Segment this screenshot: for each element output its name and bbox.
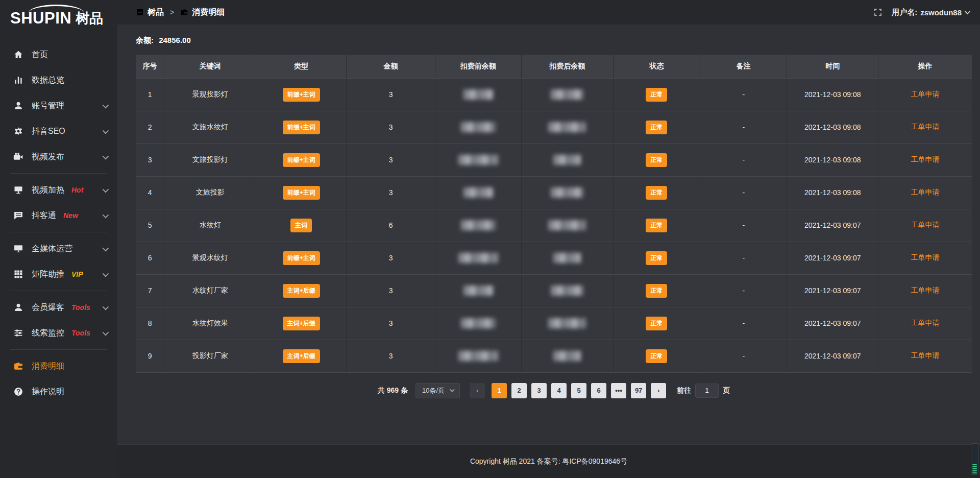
- chevron-down-icon: [103, 127, 109, 134]
- heat-icon: [13, 185, 23, 195]
- action-cell: 工单申请: [878, 176, 972, 209]
- sidebar-item-视频加热[interactable]: 视频加热Hot: [0, 177, 117, 203]
- app-logo[interactable]: SHUPIN 树品: [0, 0, 117, 37]
- status-badge: 正常: [646, 317, 667, 330]
- gear-icon: [13, 126, 23, 136]
- masked-balance: [548, 220, 586, 230]
- remark-cell: -: [700, 144, 787, 176]
- jump-suffix: 页: [723, 386, 730, 395]
- action-cell: 工单申请: [878, 209, 972, 242]
- work-order-link[interactable]: 工单申请: [911, 90, 939, 98]
- ellipsis-page-button[interactable]: •••: [611, 383, 626, 398]
- work-order-link[interactable]: 工单申请: [911, 123, 939, 131]
- sidebar-item-label: 线索监控: [32, 328, 64, 339]
- pagination: 共 969 条 10条/页 ‹ 123456•••97 › 前往 页: [136, 383, 972, 398]
- masked-balance: [548, 122, 586, 132]
- column-header-时间: 时间: [787, 55, 878, 78]
- fullscreen-icon[interactable]: [873, 8, 883, 17]
- sidebar-item-首页[interactable]: 首页: [0, 42, 117, 67]
- balance-before-cell: [435, 78, 521, 111]
- sidebar-item-badge: VIP: [71, 270, 83, 278]
- sidebar-divider: [10, 349, 107, 350]
- sidebar-item-视频发布[interactable]: 视频发布: [0, 144, 117, 170]
- sidebar-item-label: 消费明细: [32, 361, 64, 372]
- page-button-4[interactable]: 4: [551, 383, 567, 398]
- page-button-97[interactable]: 97: [631, 383, 646, 398]
- jump-page-input[interactable]: [695, 384, 719, 398]
- index-cell: 3: [136, 144, 164, 176]
- copyright-text: Copyright 树品 2021 备案号: 粤ICP备09019646号: [470, 457, 627, 466]
- status-badge: 正常: [646, 186, 667, 200]
- sidebar-item-会员爆客[interactable]: 会员爆客Tools: [0, 295, 117, 320]
- amount-cell: 3: [347, 176, 435, 209]
- work-order-link[interactable]: 工单申请: [911, 253, 939, 261]
- keyword-cell: 水纹灯: [164, 209, 256, 242]
- index-cell: 2: [136, 111, 164, 144]
- video-icon: [13, 152, 23, 162]
- page-size-select[interactable]: 10条/页: [415, 383, 460, 398]
- sidebar-item-矩阵助推[interactable]: 矩阵助推VIP: [0, 261, 117, 287]
- masked-balance: [553, 155, 581, 165]
- amount-cell: 3: [347, 274, 435, 307]
- keyword-cell: 水纹灯效果: [164, 307, 256, 340]
- time-cell: 2021-12-03 09:08: [787, 144, 878, 176]
- prev-page-button[interactable]: ‹: [470, 383, 485, 398]
- sidebar-item-抖音SEO[interactable]: 抖音SEO: [0, 118, 117, 144]
- status-badge: 正常: [646, 88, 667, 102]
- type-badge: 主词+后缀: [283, 284, 320, 298]
- sidebar-item-数据总览[interactable]: 数据总览: [0, 67, 117, 93]
- type-badge: 前缀+主词: [283, 186, 320, 200]
- consumption-table: 序号关键词类型金额扣费前余额扣费后余额状态备注时间操作 1景观投影灯前缀+主词3…: [136, 55, 972, 373]
- index-cell: 5: [136, 209, 164, 242]
- balance-line: 余额: 24856.00: [136, 36, 972, 45]
- index-cell: 6: [136, 242, 164, 274]
- sidebar-item-label: 矩阵助推: [32, 269, 64, 280]
- user-zone: 用户名: zswodun88: [873, 8, 969, 17]
- work-order-link[interactable]: 工单申请: [911, 319, 939, 327]
- page-button-1[interactable]: 1: [492, 383, 507, 398]
- type-badge: 前缀+主词: [283, 153, 320, 167]
- user-menu[interactable]: 用户名: zswodun88: [892, 8, 969, 17]
- remark-cell: -: [700, 242, 787, 274]
- index-cell: 4: [136, 176, 164, 209]
- breadcrumb-item-current[interactable]: 消费明细: [180, 7, 225, 18]
- page-button-3[interactable]: 3: [531, 383, 547, 398]
- sidebar-item-badge: Tools: [71, 329, 90, 337]
- main-content: 余额: 24856.00 序号关键词类型金额扣费前余额扣费后余额状态备注时间操作…: [117, 25, 980, 444]
- work-order-link[interactable]: 工单申请: [911, 155, 939, 163]
- work-order-link[interactable]: 工单申请: [911, 221, 939, 229]
- sidebar-item-全媒体运营[interactable]: 全媒体运营: [0, 236, 117, 261]
- chevron-down-icon: [965, 9, 970, 14]
- column-header-备注: 备注: [700, 55, 787, 78]
- breadcrumb-item-home[interactable]: 树品: [136, 7, 164, 18]
- type-badge: 前缀+主词: [283, 88, 320, 102]
- work-order-link[interactable]: 工单申请: [911, 188, 939, 196]
- time-cell: 2021-12-03 09:07: [787, 340, 878, 372]
- sidebar-item-消费明细[interactable]: 消费明细: [0, 353, 117, 379]
- page-button-6[interactable]: 6: [591, 383, 606, 398]
- sidebar-item-操作说明[interactable]: 操作说明: [0, 379, 117, 404]
- keyword-cell: 文旅水纹灯: [164, 111, 256, 144]
- next-page-button[interactable]: ›: [651, 383, 666, 398]
- time-cell: 2021-12-03 09:08: [787, 111, 878, 144]
- page-button-2[interactable]: 2: [511, 383, 527, 398]
- masked-balance: [463, 89, 493, 100]
- work-order-link[interactable]: 工单申请: [911, 351, 939, 360]
- amount-cell: 6: [347, 209, 435, 242]
- sidebar-item-抖客通[interactable]: 抖客通New: [0, 203, 117, 228]
- floating-widget[interactable]: [971, 443, 978, 475]
- sidebar: SHUPIN 树品 首页数据总览账号管理抖音SEO视频发布视频加热Hot抖客通N…: [0, 0, 117, 478]
- masked-balance: [553, 253, 581, 263]
- balance-after-cell: [521, 78, 613, 111]
- table-header-row: 序号关键词类型金额扣费前余额扣费后余额状态备注时间操作: [136, 55, 972, 78]
- right-column: 树品 > 消费明细 用户名: zswodun88 余额: 24856.00: [117, 0, 980, 478]
- work-order-link[interactable]: 工单申请: [911, 286, 939, 294]
- amount-cell: 3: [347, 111, 435, 144]
- sidebar-item-账号管理[interactable]: 账号管理: [0, 93, 117, 118]
- page-button-5[interactable]: 5: [571, 383, 586, 398]
- table-row: 5水纹灯主词6正常-2021-12-03 09:07工单申请: [136, 209, 972, 242]
- time-cell: 2021-12-03 09:08: [787, 78, 878, 111]
- sidebar-item-线索监控[interactable]: 线索监控Tools: [0, 320, 117, 346]
- balance-before-cell: [435, 274, 521, 307]
- keyword-cell: 景观水纹灯: [164, 242, 256, 274]
